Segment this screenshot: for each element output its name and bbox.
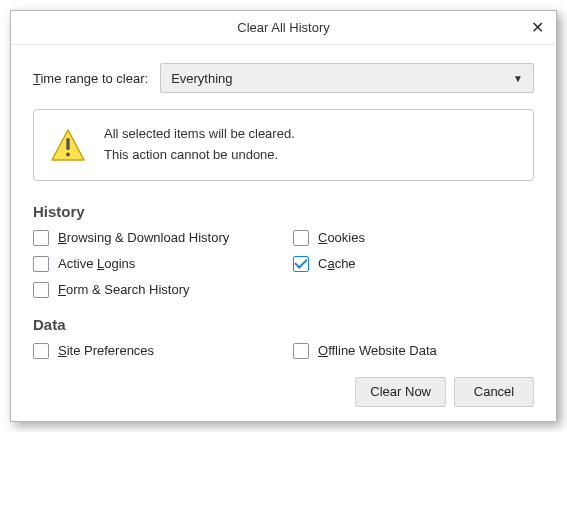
clear-history-dialog: Clear All History ✕ Time range to clear:… [10,10,557,422]
history-item-0[interactable]: Browsing & Download History [33,230,293,246]
data-item-0[interactable]: Site Preferences [33,343,293,359]
cancel-button[interactable]: Cancel [454,377,534,407]
history-label-4: Form & Search History [58,282,190,297]
clear-now-button[interactable]: Clear Now [355,377,446,407]
history-label-2: Active Logins [58,256,135,271]
history-checklist: Browsing & Download HistoryCookiesActive… [33,230,534,298]
data-checkbox-0[interactable] [33,343,49,359]
history-checkbox-3[interactable] [293,256,309,272]
history-checkbox-1[interactable] [293,230,309,246]
dialog-title: Clear All History [237,20,329,35]
data-item-1[interactable]: Offline Website Data [293,343,534,359]
svg-rect-1 [66,138,69,150]
warning-icon [50,128,86,162]
warning-line-1: All selected items will be cleared. [104,124,295,145]
history-checkbox-0[interactable] [33,230,49,246]
time-range-dropdown[interactable]: Everything ▼ [160,63,534,93]
data-label-0: Site Preferences [58,343,154,358]
history-checkbox-2[interactable] [33,256,49,272]
history-item-3[interactable]: Cache [293,256,534,272]
close-icon: ✕ [531,11,544,45]
history-label-1: Cookies [318,230,365,245]
dialog-button-row: Clear Now Cancel [33,377,534,407]
history-item-1[interactable]: Cookies [293,230,534,246]
history-checkbox-4[interactable] [33,282,49,298]
data-heading: Data [33,316,534,333]
dialog-content: Time range to clear: Everything ▼ All se… [11,45,556,421]
time-range-row: Time range to clear: Everything ▼ [33,63,534,93]
history-heading: History [33,203,534,220]
close-button[interactable]: ✕ [524,15,550,41]
history-item-4[interactable]: Form & Search History [33,282,293,298]
warning-box: All selected items will be cleared. This… [33,109,534,181]
history-item-2[interactable]: Active Logins [33,256,293,272]
time-range-selected: Everything [171,71,232,86]
data-checklist: Site PreferencesOffline Website Data [33,343,534,359]
warning-line-2: This action cannot be undone. [104,145,295,166]
titlebar: Clear All History ✕ [11,11,556,45]
warning-text: All selected items will be cleared. This… [104,124,295,166]
history-label-0: Browsing & Download History [58,230,229,245]
data-label-1: Offline Website Data [318,343,437,358]
svg-point-2 [66,152,70,156]
data-checkbox-1[interactable] [293,343,309,359]
dropdown-caret-icon: ▼ [513,73,523,84]
time-range-label: Time range to clear: [33,71,148,86]
history-label-3: Cache [318,256,356,271]
